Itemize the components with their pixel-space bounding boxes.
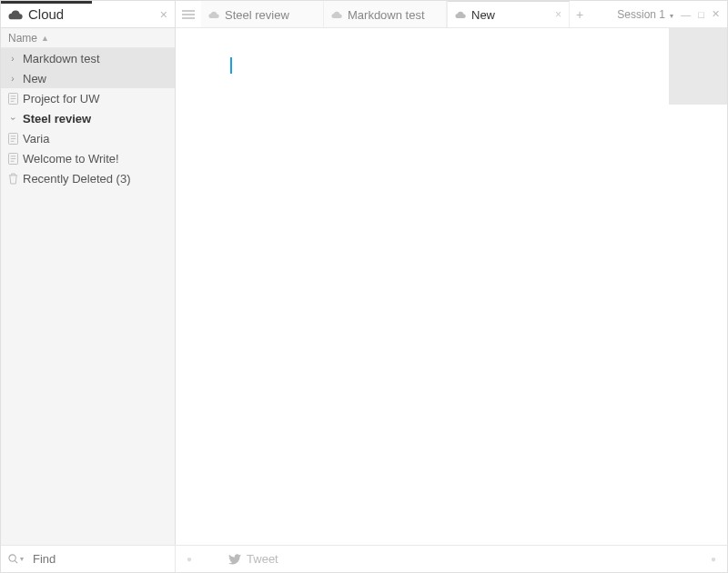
- tree-item-label: Project for UW: [23, 92, 100, 106]
- add-tab-button[interactable]: +: [570, 1, 590, 27]
- tree-item-project-uw[interactable]: Project for UW: [1, 88, 175, 108]
- minimap[interactable]: [669, 28, 727, 105]
- editor[interactable]: [176, 28, 727, 572]
- tree-item-varia[interactable]: Varia: [1, 128, 175, 148]
- footer-right-dot: ●: [700, 554, 727, 564]
- cloud-icon: [455, 11, 468, 18]
- tree-item-label: Recently Deleted (3): [23, 172, 131, 186]
- chevron-down-icon: ▾: [670, 12, 673, 20]
- tab-close-icon[interactable]: ×: [555, 8, 561, 21]
- tab-label: Steel review: [225, 8, 316, 22]
- footer-mid: ● Tweet: [176, 552, 700, 566]
- trash-icon: [6, 173, 19, 185]
- document-icon: [6, 133, 19, 145]
- sort-asc-icon: ▲: [41, 34, 49, 43]
- svg-point-15: [9, 555, 15, 561]
- find-input[interactable]: [33, 552, 186, 566]
- tree-item-label: Welcome to Write!: [23, 152, 119, 166]
- tab-markdown-test[interactable]: Markdown test: [324, 1, 447, 27]
- status-dot-icon: ●: [187, 554, 192, 564]
- tab-strip: Steel review Markdown test New × +: [201, 1, 610, 27]
- text-cursor: [230, 57, 232, 74]
- find-box[interactable]: ▾: [1, 546, 176, 572]
- session-label: Session 1: [617, 8, 665, 21]
- cloud-icon: [8, 9, 23, 20]
- topbar: Steel review Markdown test New × +: [176, 1, 727, 28]
- chevron-down-icon[interactable]: ▾: [20, 555, 24, 563]
- tree-item-steel-review[interactable]: › Steel review: [1, 108, 175, 128]
- session-menu[interactable]: Session 1 ▾: [617, 8, 673, 21]
- tab-steel-review[interactable]: Steel review: [201, 1, 324, 27]
- tab-label: Markdown test: [348, 8, 439, 22]
- cloud-icon: [331, 11, 344, 18]
- sidebar-header: Cloud ×: [1, 1, 175, 28]
- document-tree: › Markdown test › New Project for UW › S…: [1, 48, 175, 572]
- main-area: Steel review Markdown test New × +: [176, 1, 727, 572]
- svg-line-16: [15, 560, 17, 563]
- document-icon: [6, 153, 19, 165]
- tree-item-new[interactable]: › New: [1, 68, 175, 88]
- tab-label: New: [471, 8, 551, 22]
- editor-area: [176, 28, 727, 572]
- chevron-right-icon: ›: [6, 54, 19, 64]
- tree-item-label: Steel review: [23, 112, 91, 126]
- session-bar: Session 1 ▾ — □ ✕: [610, 1, 727, 27]
- sidebar: Cloud × Name ▲ › Markdown test › New Pro…: [1, 1, 176, 572]
- sidebar-title: Cloud: [28, 6, 64, 22]
- footer: ▾ ● Tweet ●: [1, 545, 727, 572]
- tree-item-label: Markdown test: [23, 52, 100, 65]
- tree-item-welcome[interactable]: Welcome to Write!: [1, 148, 175, 168]
- cloud-icon: [208, 11, 221, 18]
- tab-new[interactable]: New ×: [447, 1, 570, 27]
- tree-item-markdown-test[interactable]: › Markdown test: [1, 48, 175, 68]
- chevron-down-icon: ›: [8, 112, 18, 125]
- column-header-name[interactable]: Name ▲: [1, 28, 175, 48]
- tree-item-label: New: [23, 72, 46, 85]
- tweet-button[interactable]: Tweet: [228, 552, 278, 566]
- tweet-label: Tweet: [247, 552, 278, 566]
- document-icon: [6, 93, 19, 105]
- chevron-right-icon: ›: [6, 74, 19, 84]
- sidebar-close-icon[interactable]: ×: [160, 7, 167, 22]
- maximize-icon[interactable]: □: [698, 9, 704, 20]
- tree-item-recently-deleted[interactable]: Recently Deleted (3): [1, 168, 175, 188]
- sidebar-active-indicator: [1, 1, 92, 4]
- tree-item-label: Varia: [23, 132, 49, 146]
- minimize-icon[interactable]: —: [681, 9, 691, 20]
- search-icon: [8, 554, 18, 564]
- twitter-icon: [228, 554, 241, 565]
- close-icon[interactable]: ✕: [712, 8, 720, 20]
- hamburger-icon[interactable]: [176, 1, 201, 27]
- column-header-label: Name: [8, 32, 37, 45]
